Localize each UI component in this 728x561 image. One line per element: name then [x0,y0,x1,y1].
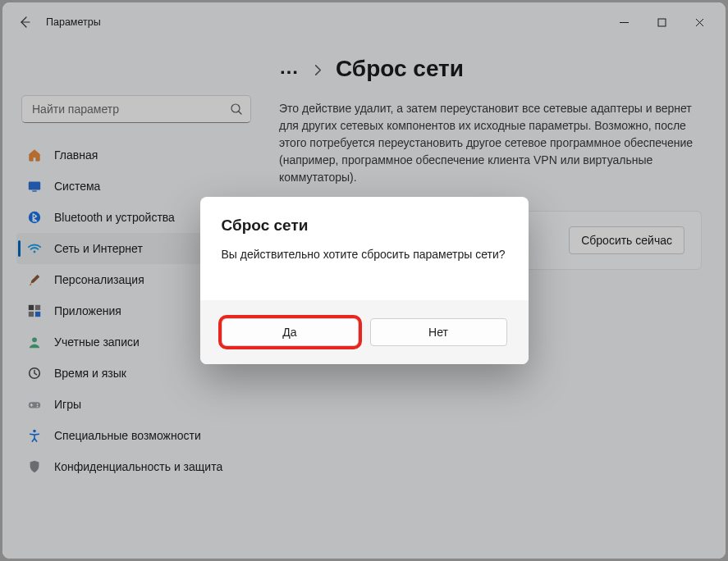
dialog-title: Сброс сети [222,217,507,235]
dialog-no-button[interactable]: Нет [370,318,507,346]
modal-overlay: Сброс сети Вы действительно хотите сброс… [3,3,725,558]
dialog-message: Вы действительно хотите сбросить парамет… [222,248,507,261]
settings-window: Параметры Главная Система [2,2,726,559]
dialog-yes-button[interactable]: Да [222,318,359,346]
confirm-dialog: Сброс сети Вы действительно хотите сброс… [200,197,529,364]
